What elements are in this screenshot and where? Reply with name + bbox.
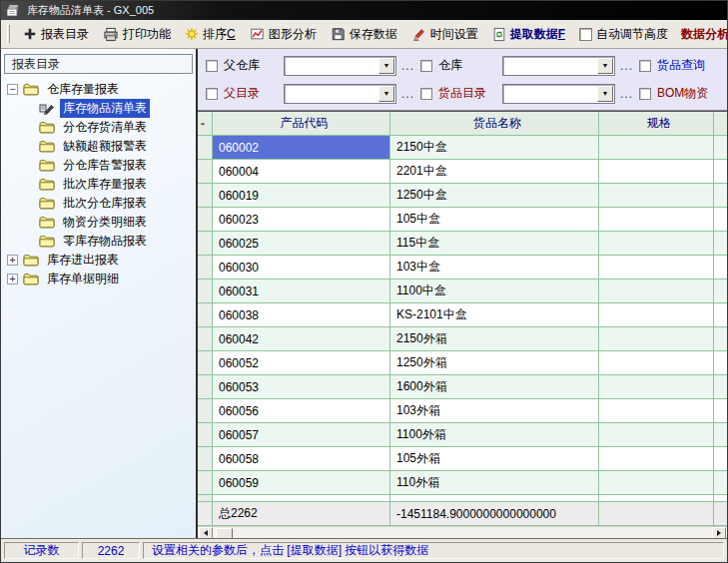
cell-goods-name[interactable]: 1100中盒 — [390, 280, 599, 303]
cell-goods-name[interactable]: 2150外箱 — [390, 327, 599, 351]
cell-product-code[interactable]: 060057 — [213, 423, 390, 447]
sort-button[interactable]: 排序C — [180, 24, 241, 45]
column-header-spec[interactable]: 规格 — [599, 112, 714, 136]
chevron-down-icon[interactable]: ▼ — [597, 86, 613, 102]
cell-spec[interactable] — [599, 160, 714, 184]
cell-goods-name[interactable]: 1250中盒 — [390, 184, 599, 208]
row-header[interactable] — [198, 160, 213, 184]
warehouse-checkbox[interactable] — [420, 60, 432, 72]
column-header-goods-name[interactable]: 货品名称 — [390, 112, 599, 136]
row-header[interactable] — [198, 423, 213, 447]
row-header[interactable] — [198, 351, 213, 375]
cell-spec[interactable] — [599, 447, 714, 471]
cell-product-code[interactable]: 060038 — [213, 303, 390, 327]
data-analysis-label[interactable]: 数据分析 — [681, 26, 727, 43]
cell-goods-name[interactable]: 2201中盒 — [390, 160, 599, 184]
expand-icon[interactable]: + — [7, 255, 18, 266]
cell-product-code[interactable]: 060053 — [213, 375, 390, 399]
cell-spec[interactable] — [599, 184, 714, 208]
tree-item[interactable]: 物资分类明细表 — [5, 213, 196, 232]
ellipsis-label[interactable]: ... — [401, 87, 414, 101]
scroll-left-button[interactable] — [199, 527, 213, 538]
cell-goods-name[interactable]: KS-2101中盒 — [390, 303, 599, 327]
parent-warehouse-combo[interactable]: ▼ — [284, 56, 396, 76]
cell-spec[interactable] — [599, 375, 714, 399]
chevron-down-icon[interactable]: ▼ — [378, 86, 394, 102]
cell-spec[interactable] — [599, 351, 714, 375]
auto-height-checkbox[interactable] — [579, 28, 592, 41]
chevron-down-icon[interactable]: ▼ — [597, 58, 613, 74]
tree-item[interactable]: 分仓库告警报表 — [5, 156, 196, 175]
goods-catalog-checkbox[interactable] — [420, 88, 432, 100]
auto-height-toggle[interactable]: 自动调节高度 — [574, 24, 673, 45]
parent-catalog-combo[interactable]: ▼ — [284, 84, 396, 104]
tree-item[interactable]: 缺额超额报警表 — [5, 137, 196, 156]
parent-catalog-checkbox[interactable] — [206, 88, 218, 100]
goods-query-checkbox[interactable] — [639, 60, 651, 72]
tree-item[interactable]: 库存物品清单表 — [5, 99, 196, 118]
graph-analysis-button[interactable]: 图形分析 — [245, 24, 322, 45]
cell-product-code[interactable]: 060025 — [213, 232, 390, 256]
cell-product-code[interactable]: 060023 — [213, 208, 390, 232]
scrollbar-thumb[interactable] — [216, 528, 233, 539]
row-header[interactable] — [198, 447, 213, 471]
warehouse-combo[interactable]: ▼ — [502, 56, 615, 76]
cell-spec[interactable] — [599, 208, 714, 232]
cell-product-code[interactable]: 060059 — [213, 471, 390, 495]
chevron-down-icon[interactable]: ▼ — [378, 58, 394, 74]
cell-goods-name[interactable]: 103外箱 — [390, 399, 599, 423]
tree-item[interactable]: 批次库存量报表 — [5, 175, 196, 194]
cell-spec[interactable] — [599, 471, 714, 495]
cell-goods-name[interactable]: 2150中盒 — [390, 136, 599, 160]
cell-product-code[interactable]: 060002 — [213, 136, 390, 160]
row-header[interactable] — [198, 280, 213, 303]
cell-spec[interactable] — [599, 399, 714, 423]
cell-goods-name[interactable]: 1100外箱 — [390, 423, 599, 447]
cell-product-code[interactable]: 060058 — [213, 447, 390, 471]
cell-goods-name[interactable]: 110外箱 — [390, 471, 599, 495]
toolbar-grip[interactable] — [7, 25, 10, 43]
cell-goods-name[interactable]: 103中盒 — [390, 256, 599, 280]
cell-goods-name[interactable]: 1600外箱 — [390, 375, 599, 399]
cell-goods-name[interactable]: 105外箱 — [390, 447, 599, 471]
cell-product-code[interactable]: 060031 — [213, 280, 390, 303]
bom-material-checkbox[interactable] — [639, 88, 651, 100]
tree-item[interactable]: −仓库存量报表 — [5, 80, 196, 99]
cell-product-code[interactable]: 060056 — [213, 399, 390, 423]
cell-spec[interactable] — [599, 303, 714, 327]
ellipsis-label[interactable]: ... — [401, 59, 414, 73]
row-header[interactable] — [198, 399, 213, 423]
tree-item[interactable]: 批次分仓库报表 — [5, 194, 196, 213]
row-header[interactable] — [198, 184, 213, 208]
cell-spec[interactable] — [599, 423, 714, 447]
row-header[interactable] — [198, 256, 213, 280]
tree-item[interactable]: +库存进出报表 — [5, 251, 196, 270]
column-header-product-code[interactable]: 产品代码 — [213, 112, 390, 136]
horizontal-scrollbar[interactable] — [198, 526, 727, 538]
tree-item[interactable]: 分仓存货清单表 — [5, 118, 196, 137]
tree-item[interactable]: 零库存物品报表 — [5, 232, 196, 251]
cell-goods-name[interactable]: 1250外箱 — [390, 351, 599, 375]
cell-goods-name[interactable]: 105中盒 — [390, 208, 599, 232]
ellipsis-label[interactable]: ... — [620, 59, 633, 73]
cell-product-code[interactable]: 060042 — [213, 327, 390, 351]
grid-corner-cell[interactable]: - — [198, 112, 213, 136]
cell-product-code[interactable]: 060030 — [213, 256, 390, 280]
row-header[interactable] — [198, 232, 213, 256]
collapse-icon[interactable]: − — [7, 84, 18, 95]
cell-product-code[interactable]: 060004 — [213, 160, 390, 184]
cell-product-code[interactable]: 060019 — [213, 184, 390, 208]
save-data-button[interactable]: 保存数据 — [326, 24, 402, 45]
report-catalog-button[interactable]: 报表目录 — [18, 24, 94, 45]
row-header[interactable] — [198, 303, 213, 327]
cell-spec[interactable] — [599, 232, 714, 256]
expand-icon[interactable]: + — [7, 274, 18, 284]
cell-goods-name[interactable]: 115中盒 — [390, 232, 599, 256]
scroll-right-button[interactable] — [712, 527, 726, 538]
row-header[interactable] — [198, 375, 213, 399]
row-header[interactable] — [198, 208, 213, 232]
cell-spec[interactable] — [599, 280, 714, 303]
print-button[interactable]: 打印功能 — [98, 24, 176, 45]
row-header[interactable] — [198, 471, 213, 495]
row-header[interactable] — [198, 327, 213, 351]
